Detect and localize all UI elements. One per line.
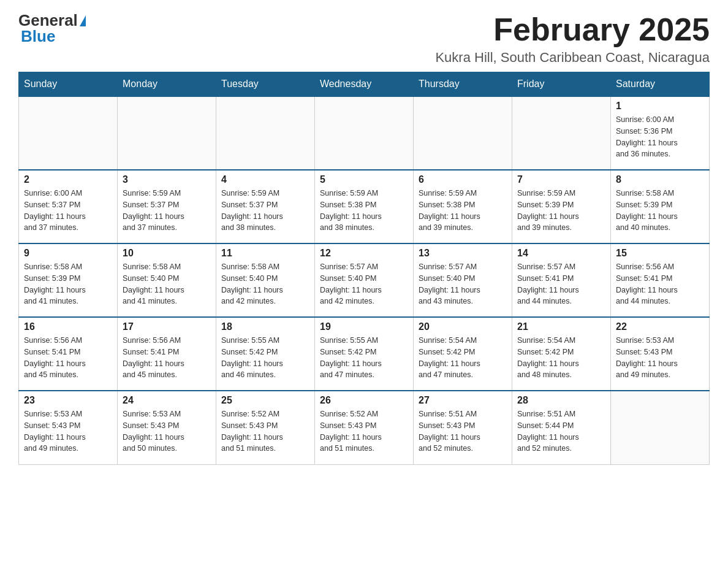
calendar-day-cell xyxy=(216,96,315,170)
calendar-header-row: SundayMondayTuesdayWednesdayThursdayFrid… xyxy=(19,72,710,97)
day-number: 12 xyxy=(320,248,408,259)
day-info: Sunrise: 5:59 AM Sunset: 5:39 PM Dayligh… xyxy=(517,188,605,234)
calendar-day-cell: 2Sunrise: 6:00 AM Sunset: 5:37 PM Daylig… xyxy=(19,170,118,243)
day-number: 25 xyxy=(221,395,309,406)
day-number: 4 xyxy=(221,174,309,185)
calendar-day-cell: 25Sunrise: 5:52 AM Sunset: 5:43 PM Dayli… xyxy=(216,391,315,464)
day-number: 22 xyxy=(616,321,704,332)
calendar-day-cell: 28Sunrise: 5:51 AM Sunset: 5:44 PM Dayli… xyxy=(512,391,611,464)
day-info: Sunrise: 5:59 AM Sunset: 5:37 PM Dayligh… xyxy=(221,188,309,234)
day-number: 10 xyxy=(123,248,211,259)
day-number: 19 xyxy=(320,321,408,332)
calendar-day-header: Thursday xyxy=(414,72,512,97)
day-number: 15 xyxy=(616,248,704,259)
page-title: February 2025 xyxy=(435,12,710,47)
calendar-day-cell: 13Sunrise: 5:57 AM Sunset: 5:40 PM Dayli… xyxy=(414,243,512,317)
calendar-day-cell xyxy=(611,391,710,464)
day-number: 17 xyxy=(123,321,211,332)
day-info: Sunrise: 5:52 AM Sunset: 5:43 PM Dayligh… xyxy=(221,408,309,454)
page-subtitle: Kukra Hill, South Caribbean Coast, Nicar… xyxy=(435,50,710,66)
title-area: February 2025 Kukra Hill, South Caribbea… xyxy=(435,12,710,66)
calendar-day-cell: 4Sunrise: 5:59 AM Sunset: 5:37 PM Daylig… xyxy=(216,170,315,243)
calendar-day-cell xyxy=(315,96,414,170)
calendar-day-cell: 24Sunrise: 5:53 AM Sunset: 5:43 PM Dayli… xyxy=(118,391,216,464)
day-info: Sunrise: 5:53 AM Sunset: 5:43 PM Dayligh… xyxy=(616,335,704,381)
calendar-week-row: 2Sunrise: 6:00 AM Sunset: 5:37 PM Daylig… xyxy=(19,170,710,243)
calendar-day-cell: 7Sunrise: 5:59 AM Sunset: 5:39 PM Daylig… xyxy=(512,170,611,243)
day-info: Sunrise: 5:59 AM Sunset: 5:38 PM Dayligh… xyxy=(320,188,408,234)
calendar-day-header: Wednesday xyxy=(315,72,414,97)
calendar-day-cell: 10Sunrise: 5:58 AM Sunset: 5:40 PM Dayli… xyxy=(118,243,216,317)
calendar-day-cell: 17Sunrise: 5:56 AM Sunset: 5:41 PM Dayli… xyxy=(118,317,216,391)
calendar-day-cell: 19Sunrise: 5:55 AM Sunset: 5:42 PM Dayli… xyxy=(315,317,414,391)
calendar-day-cell: 9Sunrise: 5:58 AM Sunset: 5:39 PM Daylig… xyxy=(19,243,118,317)
calendar-day-cell: 3Sunrise: 5:59 AM Sunset: 5:37 PM Daylig… xyxy=(118,170,216,243)
calendar-day-cell: 5Sunrise: 5:59 AM Sunset: 5:38 PM Daylig… xyxy=(315,170,414,243)
calendar-day-cell: 15Sunrise: 5:56 AM Sunset: 5:41 PM Dayli… xyxy=(611,243,710,317)
day-number: 14 xyxy=(517,248,605,259)
calendar-day-cell: 16Sunrise: 5:56 AM Sunset: 5:41 PM Dayli… xyxy=(19,317,118,391)
day-number: 9 xyxy=(24,248,112,259)
calendar-day-cell: 14Sunrise: 5:57 AM Sunset: 5:41 PM Dayli… xyxy=(512,243,611,317)
day-info: Sunrise: 5:59 AM Sunset: 5:38 PM Dayligh… xyxy=(419,188,507,234)
day-number: 5 xyxy=(320,174,408,185)
calendar-day-header: Monday xyxy=(118,72,216,97)
day-number: 13 xyxy=(419,248,507,259)
calendar-day-cell: 23Sunrise: 5:53 AM Sunset: 5:43 PM Dayli… xyxy=(19,391,118,464)
day-info: Sunrise: 6:00 AM Sunset: 5:37 PM Dayligh… xyxy=(24,188,112,234)
day-number: 26 xyxy=(320,395,408,406)
day-info: Sunrise: 5:56 AM Sunset: 5:41 PM Dayligh… xyxy=(123,335,211,381)
day-number: 16 xyxy=(24,321,112,332)
calendar-table: SundayMondayTuesdayWednesdayThursdayFrid… xyxy=(18,72,710,465)
day-number: 11 xyxy=(221,248,309,259)
day-number: 8 xyxy=(616,174,704,185)
calendar-day-cell xyxy=(118,96,216,170)
day-number: 24 xyxy=(123,395,211,406)
day-info: Sunrise: 5:57 AM Sunset: 5:40 PM Dayligh… xyxy=(419,261,507,307)
calendar-day-cell: 26Sunrise: 5:52 AM Sunset: 5:43 PM Dayli… xyxy=(315,391,414,464)
calendar-day-cell: 11Sunrise: 5:58 AM Sunset: 5:40 PM Dayli… xyxy=(216,243,315,317)
day-number: 28 xyxy=(517,395,605,406)
calendar-day-cell: 12Sunrise: 5:57 AM Sunset: 5:40 PM Dayli… xyxy=(315,243,414,317)
calendar-day-cell: 1Sunrise: 6:00 AM Sunset: 5:36 PM Daylig… xyxy=(611,96,710,170)
calendar-day-cell: 18Sunrise: 5:55 AM Sunset: 5:42 PM Dayli… xyxy=(216,317,315,391)
day-info: Sunrise: 5:54 AM Sunset: 5:42 PM Dayligh… xyxy=(419,335,507,381)
day-info: Sunrise: 5:53 AM Sunset: 5:43 PM Dayligh… xyxy=(24,408,112,454)
calendar-day-cell xyxy=(414,96,512,170)
calendar-day-header: Saturday xyxy=(611,72,710,97)
day-number: 1 xyxy=(616,101,704,112)
day-info: Sunrise: 5:51 AM Sunset: 5:44 PM Dayligh… xyxy=(517,408,605,454)
calendar-day-header: Tuesday xyxy=(216,72,315,97)
calendar-day-cell: 21Sunrise: 5:54 AM Sunset: 5:42 PM Dayli… xyxy=(512,317,611,391)
calendar-day-cell xyxy=(19,96,118,170)
day-number: 7 xyxy=(517,174,605,185)
day-info: Sunrise: 6:00 AM Sunset: 5:36 PM Dayligh… xyxy=(616,114,704,160)
day-number: 2 xyxy=(24,174,112,185)
day-info: Sunrise: 5:58 AM Sunset: 5:39 PM Dayligh… xyxy=(24,261,112,307)
day-info: Sunrise: 5:53 AM Sunset: 5:43 PM Dayligh… xyxy=(123,408,211,454)
calendar-day-cell: 20Sunrise: 5:54 AM Sunset: 5:42 PM Dayli… xyxy=(414,317,512,391)
day-number: 23 xyxy=(24,395,112,406)
calendar-day-cell: 22Sunrise: 5:53 AM Sunset: 5:43 PM Dayli… xyxy=(611,317,710,391)
day-number: 20 xyxy=(419,321,507,332)
calendar-week-row: 23Sunrise: 5:53 AM Sunset: 5:43 PM Dayli… xyxy=(19,391,710,464)
logo-area: General Blue xyxy=(18,12,86,44)
calendar-week-row: 1Sunrise: 6:00 AM Sunset: 5:36 PM Daylig… xyxy=(19,96,710,170)
logo-blue-text: Blue xyxy=(21,28,86,44)
day-info: Sunrise: 5:55 AM Sunset: 5:42 PM Dayligh… xyxy=(320,335,408,381)
day-info: Sunrise: 5:58 AM Sunset: 5:39 PM Dayligh… xyxy=(616,188,704,234)
calendar-day-cell: 8Sunrise: 5:58 AM Sunset: 5:39 PM Daylig… xyxy=(611,170,710,243)
day-number: 27 xyxy=(419,395,507,406)
calendar-day-header: Sunday xyxy=(19,72,118,97)
calendar-week-row: 9Sunrise: 5:58 AM Sunset: 5:39 PM Daylig… xyxy=(19,243,710,317)
day-number: 3 xyxy=(123,174,211,185)
calendar-week-row: 16Sunrise: 5:56 AM Sunset: 5:41 PM Dayli… xyxy=(19,317,710,391)
logo-triangle-icon xyxy=(80,15,86,26)
day-info: Sunrise: 5:56 AM Sunset: 5:41 PM Dayligh… xyxy=(616,261,704,307)
day-info: Sunrise: 5:58 AM Sunset: 5:40 PM Dayligh… xyxy=(123,261,211,307)
day-number: 18 xyxy=(221,321,309,332)
day-info: Sunrise: 5:51 AM Sunset: 5:43 PM Dayligh… xyxy=(419,408,507,454)
day-info: Sunrise: 5:54 AM Sunset: 5:42 PM Dayligh… xyxy=(517,335,605,381)
day-info: Sunrise: 5:57 AM Sunset: 5:40 PM Dayligh… xyxy=(320,261,408,307)
calendar-day-cell: 6Sunrise: 5:59 AM Sunset: 5:38 PM Daylig… xyxy=(414,170,512,243)
